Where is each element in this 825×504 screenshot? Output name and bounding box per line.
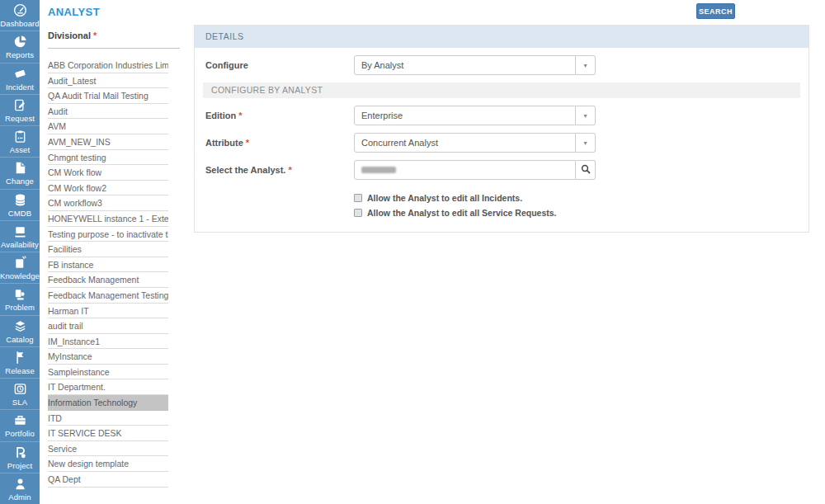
chevron-down-icon: ▾ (583, 62, 587, 69)
divisional-list-item[interactable]: New design template (48, 456, 168, 472)
divisional-list-item[interactable]: ITD (48, 411, 168, 426)
select-analyst-input[interactable] (354, 160, 576, 180)
select-analyst-label: Select the Analyst.* (205, 165, 354, 175)
sidebar-item-availability[interactable]: Availability (0, 220, 40, 252)
details-panel: DETAILS Configure By Analyst ▾ CONFIGURE… (194, 25, 809, 233)
database-icon (12, 192, 28, 208)
sidebar-item-label: Catalog (6, 336, 33, 344)
divisional-list-item[interactable]: HONEYWELL instance 1 - Extension of (48, 211, 168, 227)
sidebar-item-sla[interactable]: SLA (0, 378, 40, 409)
allow-edit-incidents-checkbox[interactable] (354, 194, 362, 202)
divisional-list-item[interactable]: Harman IT (48, 304, 168, 319)
analyst-lookup-button[interactable] (576, 160, 596, 180)
divisional-list-item[interactable]: QA Dept (48, 472, 168, 488)
page-title: ANALYST (48, 6, 194, 18)
sidebar-item-cmdb[interactable]: CMDB (0, 189, 40, 220)
divisional-list-item[interactable]: Sampleinstance (48, 365, 168, 380)
document-edit-icon (12, 97, 28, 113)
divisional-list-item[interactable]: AVM (48, 119, 168, 134)
attribute-dropdown[interactable]: Concurrent Analyst (354, 133, 576, 153)
edition-dropdown[interactable]: Enterprise (354, 106, 576, 125)
divisional-list-item[interactable]: Facilities (48, 242, 168, 257)
divisional-list-item[interactable]: FB instance (48, 257, 168, 273)
sidebar-item-project[interactable]: Project (0, 441, 40, 473)
divisional-list-item[interactable]: AVM_NEW_INS (48, 134, 168, 150)
gauge-icon (12, 2, 28, 18)
sidebar-item-change[interactable]: Change (0, 157, 40, 188)
ticket-icon (12, 66, 28, 82)
allow-edit-service-requests-row: Allow the Analyst to edit all Service Re… (354, 208, 808, 218)
chevron-down-icon: ▾ (583, 139, 587, 147)
briefcase-icon (12, 412, 28, 428)
analyst-name-redacted-value (361, 167, 396, 173)
divisional-list-item[interactable]: CM Work flow2 (48, 181, 168, 196)
sidebar-item-release[interactable]: Release (0, 346, 40, 378)
sidebar: Dashboard Reports Incident Request Asset… (0, 0, 40, 504)
divisional-list-item[interactable]: Chmgnt testing (48, 150, 168, 166)
divisional-list-item[interactable]: Information Technology (48, 395, 168, 411)
divisional-list-item[interactable]: Feedback Management (48, 272, 168, 288)
allow-edit-service-requests-checkbox[interactable] (354, 209, 362, 217)
sidebar-item-asset[interactable]: Asset (0, 125, 40, 157)
flag-icon (12, 350, 28, 365)
clock-badge-icon (12, 381, 28, 397)
configure-dropdown[interactable]: By Analyst (354, 55, 576, 75)
divisional-list-item[interactable]: MyInstance (48, 349, 168, 365)
required-asterisk: * (93, 31, 97, 40)
sidebar-item-problem[interactable]: Problem (0, 283, 40, 314)
chevron-down-icon: ▾ (583, 112, 587, 120)
book-sparkle-icon (12, 255, 28, 271)
sidebar-item-request[interactable]: Request (0, 94, 40, 125)
attribute-dropdown-button[interactable]: ▾ (576, 133, 596, 153)
divisional-list-item[interactable]: Feedback Management Testing Purpo (48, 288, 168, 304)
sidebar-item-label: Asset (10, 146, 30, 154)
divisional-list-item[interactable]: IM_Instance1 (48, 334, 168, 350)
sidebar-item-label: Admin (8, 493, 31, 502)
sidebar-item-admin[interactable]: Admin (0, 473, 40, 504)
sidebar-item-portfolio[interactable]: Portfolio (0, 409, 40, 440)
divisional-list-item[interactable]: CM Work flow (48, 165, 168, 181)
attribute-row: Attribute* Concurrent Analyst ▾ (205, 133, 798, 153)
sidebar-item-label: Dashboard (0, 20, 39, 28)
search-button[interactable]: SEARCH (696, 3, 735, 19)
configure-label: Configure (205, 60, 354, 70)
sidebar-item-label: Project (7, 462, 32, 470)
divisional-list-item[interactable]: Testing purpose - to inactivate the Ins (48, 227, 168, 243)
allow-edit-incidents-row: Allow the Analyst to edit all Incidents. (354, 193, 808, 203)
select-analyst-row: Select the Analyst.* (205, 160, 798, 180)
divisional-list-item[interactable]: Service (48, 441, 168, 457)
laptop-icon (12, 224, 28, 239)
edition-dropdown-button[interactable]: ▾ (576, 106, 596, 125)
divisional-list-item[interactable]: Audit_Latest (48, 73, 168, 89)
sidebar-item-dashboard[interactable]: Dashboard (0, 0, 40, 31)
configure-by-analyst-section-header: CONFIGURE BY ANALYST (203, 82, 800, 98)
divisional-list-item[interactable]: audit trail (48, 318, 168, 334)
required-asterisk: * (288, 165, 291, 175)
divisional-label: Divisional* (48, 31, 180, 49)
sidebar-item-label: Problem (5, 304, 35, 312)
sidebar-item-catalog[interactable]: Catalog (0, 315, 40, 346)
stacked-layers-icon (12, 318, 28, 334)
sidebar-item-incident[interactable]: Incident (0, 63, 40, 94)
sidebar-item-label: Knowledge (0, 272, 40, 280)
sidebar-item-label: SLA (12, 398, 27, 407)
required-asterisk: * (238, 111, 242, 120)
sidebar-item-reports[interactable]: Reports (0, 31, 40, 62)
sidebar-item-knowledge[interactable]: Knowledge (0, 252, 40, 283)
divisional-list-item[interactable]: IT Department. (48, 379, 168, 395)
pie-chart-icon (12, 34, 28, 49)
sidebar-item-label: Reports (6, 51, 34, 59)
divisional-list-item[interactable]: ABB Corporation Industries Limited -- (48, 58, 168, 73)
divisional-list-item[interactable]: Audit (48, 104, 168, 120)
attribute-label: Attribute* (205, 138, 354, 148)
divisional-list-item[interactable]: CM workflow3 (48, 195, 168, 211)
allow-edit-incidents-label: Allow the Analyst to edit all Incidents. (367, 193, 522, 203)
details-panel-header: DETAILS (195, 26, 808, 48)
sidebar-item-label: CMDB (8, 210, 31, 218)
puzzle-doc-icon (12, 286, 28, 302)
divisional-list-item[interactable]: IT SERVICE DESK (48, 426, 168, 441)
letter-p-icon (12, 445, 28, 460)
required-asterisk: * (246, 138, 249, 148)
configure-dropdown-button[interactable]: ▾ (576, 55, 596, 75)
divisional-list-item[interactable]: QA Audit Trial Mail Testing (48, 88, 168, 104)
